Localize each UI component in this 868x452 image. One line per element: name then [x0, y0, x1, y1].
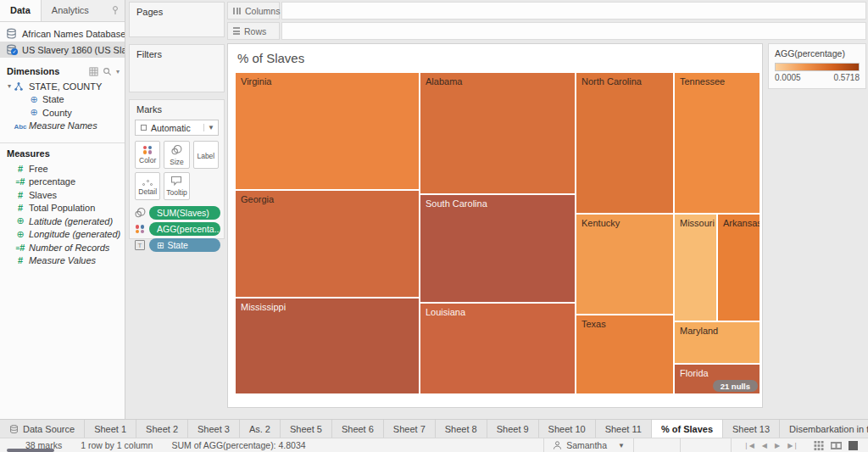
field-item[interactable]: ⊕Longitude (generated)	[0, 228, 125, 242]
chevron-down-icon[interactable]: ▼	[618, 442, 625, 449]
sheet-tab-sheet-11[interactable]: Sheet 11	[596, 420, 652, 438]
expander-icon[interactable]: ▾	[5, 82, 14, 90]
treemap-node-tennessee[interactable]: Tennessee	[674, 72, 760, 214]
tooltip-icon	[170, 176, 182, 187]
columns-drop-area[interactable]	[281, 2, 866, 20]
filmstrip-view-icon[interactable]	[831, 441, 842, 450]
node-label: Mississippi	[241, 302, 286, 312]
show-tabs-icon[interactable]	[814, 441, 824, 450]
sheet-tab-sheet-9[interactable]: Sheet 9	[487, 420, 539, 438]
field-item[interactable]: ⊕State	[0, 93, 125, 107]
columns-icon	[233, 8, 241, 14]
treemap-node-south-carolina[interactable]: South Carolina	[420, 194, 576, 303]
field-item[interactable]: =#Number of Records	[0, 241, 125, 254]
button-caption: Detail	[138, 187, 157, 196]
marks-label: Marks	[130, 100, 224, 114]
treemap-node-north-carolina[interactable]: North Carolina	[576, 72, 674, 214]
previous-sheet-icon[interactable]: ◀	[762, 442, 767, 449]
sheet-tab-sheet-2[interactable]: Sheet 2	[136, 420, 188, 438]
pin-icon[interactable]	[111, 0, 125, 21]
sheet-tab-disembarkation-in-the-caribbean[interactable]: Disembarkation in the Caribbean	[780, 420, 868, 438]
color-button[interactable]: Color	[135, 141, 160, 169]
columns-shelf[interactable]: Columns	[227, 2, 866, 20]
treemap-node-arkansas[interactable]: Arkansas	[717, 214, 760, 321]
sheet-tab-as-2[interactable]: As. 2	[240, 420, 281, 438]
sheet-tab--of-slaves[interactable]: % of Slaves	[652, 420, 723, 438]
sheet-tab-sheet-1[interactable]: Sheet 1	[85, 420, 136, 438]
mark-property-buttons: ColorSizeLabelDetailTooltip	[135, 141, 219, 200]
measures-header: Measures	[0, 145, 125, 162]
node-label: South Carolina	[426, 198, 487, 209]
sheet-navigation: ❘◀ ◀ ▶ ▶❘	[732, 442, 810, 449]
treemap-node-texas[interactable]: Texas	[576, 315, 674, 394]
first-sheet-icon[interactable]: ❘◀	[743, 442, 754, 449]
treemap-node-alabama[interactable]: Alabama	[420, 72, 576, 194]
treemap-node-maryland[interactable]: Maryland	[674, 321, 760, 364]
pages-shelf[interactable]: Pages	[129, 2, 225, 37]
treemap-node-virginia[interactable]: Virginia	[235, 72, 420, 190]
treemap-node-louisiana[interactable]: Louisiana	[420, 303, 576, 394]
treemap-node-kentucky[interactable]: Kentucky	[576, 214, 674, 315]
person-icon	[553, 440, 562, 450]
field-item[interactable]: =#percentage	[0, 176, 125, 189]
field-label: Measure Names	[29, 120, 97, 131]
mark-type-dropdown[interactable]: Automatic ▼	[135, 120, 219, 136]
field-item[interactable]: #Slaves	[0, 188, 125, 202]
field-pill[interactable]: SUM(Slaves)	[149, 206, 220, 220]
field-pill[interactable]: AGG(percenta..	[149, 222, 220, 236]
sheet-tab-sheet-10[interactable]: Sheet 10	[539, 420, 596, 438]
nulls-indicator-badge[interactable]: 21 nulls	[713, 380, 758, 392]
size-icon	[170, 144, 182, 156]
field-item[interactable]: #Total Population	[0, 202, 125, 215]
size-button[interactable]: Size	[164, 141, 189, 169]
tab-analytics[interactable]: Analytics	[42, 0, 99, 21]
chevron-down-icon[interactable]: ▾	[116, 68, 120, 75]
data-source-item[interactable]: ✓US Slavery 1860 (US Sla...	[0, 42, 125, 58]
treemap-node-missouri[interactable]: Missouri	[674, 214, 717, 321]
field-pill[interactable]: ⊞State	[149, 238, 220, 252]
detail-button[interactable]: Detail	[135, 172, 160, 200]
horizontal-scrollbar-thumb[interactable]	[7, 449, 54, 452]
field-item[interactable]: ▾STATE, COUNTY	[0, 80, 125, 93]
sheet-tab-sheet-6[interactable]: Sheet 6	[332, 420, 384, 438]
field-item[interactable]: ⊕Latitude (generated)	[0, 215, 125, 228]
tab-data-source[interactable]: Data Source	[0, 420, 85, 438]
last-sheet-icon[interactable]: ▶❘	[787, 442, 798, 449]
rows-drop-area[interactable]	[281, 22, 866, 40]
sheet-tab-sheet-7[interactable]: Sheet 7	[384, 420, 436, 438]
measures-list: #Free=#percentage#Slaves#Total Populatio…	[0, 162, 125, 267]
field-item[interactable]: #Measure Values	[0, 254, 125, 268]
hash-icon: #	[14, 190, 27, 200]
sheet-tab-sheet-3[interactable]: Sheet 3	[188, 420, 240, 438]
tab-data[interactable]: Data	[0, 0, 42, 21]
label-button[interactable]: Label	[193, 141, 219, 169]
view-data-grid-icon[interactable]	[89, 67, 98, 76]
field-label: Measure Values	[29, 255, 96, 265]
plus-box-icon[interactable]: ⊞	[157, 241, 164, 250]
search-icon[interactable]	[103, 67, 112, 76]
rows-shelf[interactable]: Rows	[227, 22, 866, 40]
user-menu[interactable]: Samantha ▼	[543, 438, 634, 452]
data-source-item[interactable]: African Names Database...	[0, 25, 125, 42]
sheet-tab-sheet-5[interactable]: Sheet 5	[281, 420, 332, 438]
dimensions-header: Dimensions ▾	[0, 59, 125, 80]
legend-min: 0.0005	[775, 73, 801, 82]
field-item[interactable]: AbcMeasure Names	[0, 120, 125, 133]
node-label: Kentucky	[581, 218, 620, 228]
tooltip-button[interactable]: Tooltip	[164, 172, 189, 200]
node-label: Arkansas	[723, 218, 760, 228]
color-legend-card[interactable]: AGG(percentage) 0.0005 0.5718	[768, 43, 866, 89]
field-item[interactable]: ⊕County	[0, 106, 125, 120]
filters-shelf[interactable]: Filters	[129, 44, 225, 92]
treemap-node-georgia[interactable]: Georgia	[235, 190, 420, 298]
field-item[interactable]: #Free	[0, 162, 125, 176]
chevron-down-icon[interactable]: ▼	[203, 124, 218, 131]
sheet-tab-sheet-8[interactable]: Sheet 8	[436, 420, 487, 438]
presentation-view-icon[interactable]	[849, 441, 858, 450]
sheet-tab-sheet-13[interactable]: Sheet 13	[723, 420, 780, 438]
treemap-node-mississippi[interactable]: Mississippi	[235, 298, 420, 394]
next-sheet-icon[interactable]: ▶	[775, 442, 780, 449]
legend-gradient-bar	[775, 63, 860, 71]
mark-type-icon	[141, 125, 147, 131]
hash-icon: #	[14, 203, 27, 213]
